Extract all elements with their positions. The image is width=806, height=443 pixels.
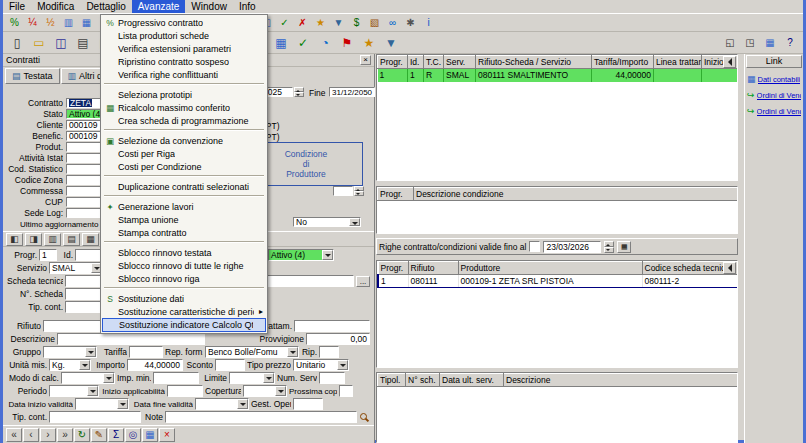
menu-item[interactable]: Costi per Riga (102, 147, 266, 160)
menubar-item[interactable]: Modifica (31, 0, 80, 13)
chevron-down-icon[interactable] (79, 360, 90, 370)
check-icon[interactable]: ✓ (276, 15, 293, 30)
column-header[interactable]: N° sch. (406, 374, 440, 387)
stato-riga-select[interactable]: Attivo (4) (268, 249, 334, 261)
menubar-item[interactable]: Avanzate (132, 0, 186, 13)
link-icon[interactable]: ∞ (384, 15, 401, 30)
menu-item[interactable]: Sblocco rinnovo testata (102, 246, 266, 259)
menu-item[interactable]: ▦ Ricalcolo massimo conferito (102, 101, 266, 114)
column-header[interactable]: Descrizione (504, 374, 738, 387)
column-header[interactable]: Progr. (378, 262, 408, 275)
previous-record-button[interactable]: ‹ (23, 428, 39, 442)
column-header[interactable]: Rifiuto (408, 262, 458, 275)
edit-button[interactable]: ✎ (91, 428, 107, 442)
search-button[interactable]: ◎ (125, 428, 141, 442)
link-item[interactable]: ▦ Dati contabili (747, 74, 801, 84)
book-icon[interactable]: ▧ (366, 15, 383, 30)
globe-icon[interactable]: ◔ (315, 34, 335, 52)
table-icon[interactable]: ▦ (78, 15, 95, 30)
chevron-down-icon[interactable] (322, 250, 333, 260)
tipo-prezzo-select[interactable]: Unitario (293, 359, 349, 371)
chevron-down-icon[interactable] (87, 386, 98, 396)
cancel-icon[interactable]: ✗ (294, 15, 311, 30)
chevron-down-icon[interactable] (117, 399, 128, 409)
delete-button[interactable]: × (159, 428, 175, 442)
provvigione-field[interactable]: 0,00 (306, 333, 370, 345)
menu-item[interactable]: Sblocco rinnovo riga (102, 272, 266, 285)
window-tile-icon[interactable]: ◳ (741, 34, 759, 50)
copertura-select[interactable] (243, 385, 287, 397)
filter-icon[interactable]: ▼ (330, 15, 347, 30)
column-header[interactable]: Tipol. (378, 374, 406, 387)
flag-icon[interactable]: ⚑ (337, 34, 357, 52)
menu-item[interactable]: Sblocco rinnovo di tutte le righe (102, 259, 266, 272)
column-header[interactable]: Descrizione condizione (414, 188, 738, 201)
tariffa-field[interactable] (129, 346, 163, 358)
quarter-fraction-icon[interactable]: ¼ (24, 15, 41, 30)
half-fraction-icon[interactable]: ½ (42, 15, 59, 30)
menu-item[interactable]: Duplicazione contratti selezionati (102, 180, 266, 193)
window-cascade-icon[interactable]: ◱ (721, 34, 739, 50)
progr-field[interactable]: 1 (39, 249, 57, 261)
search-icon[interactable] (359, 412, 370, 423)
menu-item[interactable]: Lista produttori schede (102, 29, 266, 42)
rep-form-select[interactable]: Benco Bolle/Fomu (205, 346, 299, 358)
table-icon[interactable]: ▦ (271, 34, 291, 52)
scroll-left-button[interactable] (723, 262, 736, 274)
column-header[interactable]: T.C. (424, 56, 444, 69)
column-header[interactable]: Serv. (444, 56, 476, 69)
new-document-icon[interactable]: ▯ (7, 34, 27, 52)
menubar-item[interactable]: File (3, 0, 31, 13)
counter-spinner[interactable] (354, 186, 364, 196)
unita-mis-select[interactable]: Kg. (49, 359, 91, 371)
last-record-button[interactable]: » (57, 428, 73, 442)
column-header[interactable]: Produttore (458, 262, 642, 275)
star-icon[interactable]: ★ (359, 34, 379, 52)
dollar-icon[interactable]: $ (348, 15, 365, 30)
grid-button[interactable]: ▦ (142, 428, 158, 442)
column-header[interactable]: Id. (408, 56, 424, 69)
scroll-left-button[interactable] (723, 56, 736, 68)
linea-trattam-field[interactable] (294, 320, 370, 332)
prossima-cop-field[interactable] (339, 385, 353, 397)
menubar-item[interactable]: Window (185, 0, 233, 13)
menu-item[interactable]: ▣ Selezione da convenzione (102, 134, 266, 147)
layout-grid-button[interactable]: ▦ (82, 233, 99, 246)
column-header[interactable]: Progr. (378, 56, 408, 69)
rip-field[interactable] (319, 346, 339, 358)
grid-icon[interactable]: ▦ (761, 34, 779, 50)
column-header[interactable]: Tariffa/Importo (592, 56, 654, 69)
menu-item[interactable]: Crea scheda di programmazione (102, 114, 266, 127)
chevron-down-icon[interactable] (287, 347, 298, 357)
chevron-down-icon[interactable] (275, 386, 286, 396)
data-inizio-select[interactable] (75, 398, 129, 410)
link-item[interactable]: ↪ Ordini di Vendita (747, 106, 801, 116)
first-record-button[interactable]: « (6, 428, 22, 442)
servizio-select[interactable]: SMAL (49, 262, 103, 274)
browse-button[interactable]: ... (356, 276, 370, 287)
menu-item[interactable]: Verifica righe conflittuanti (102, 68, 266, 81)
periodo-select[interactable] (49, 385, 99, 397)
column-header[interactable]: Data ult. serv. (440, 374, 504, 387)
menu-item[interactable]: Ripristino contratto sospeso (102, 55, 266, 68)
data-fine-select[interactable] (195, 398, 249, 410)
tab[interactable]: ▤ Testata (5, 68, 60, 84)
layout-rows-button[interactable]: ▥ (44, 233, 61, 246)
menu-item[interactable]: Stampa contratto (102, 226, 266, 239)
menu-item[interactable]: Verifica estensioni parametri (102, 42, 266, 55)
save-icon[interactable]: ◫ (51, 34, 71, 52)
menu-item[interactable]: Costi per Condizione (102, 160, 266, 173)
link-item[interactable]: ↪ Ordini di Vendita (747, 90, 801, 100)
chevron-down-icon[interactable] (237, 399, 248, 409)
filter-icon[interactable]: ▼ (381, 34, 401, 52)
chevron-down-icon[interactable] (103, 373, 114, 383)
valid-until-checkbox[interactable] (529, 241, 540, 252)
note-field[interactable] (165, 411, 357, 423)
num-serv-field[interactable] (319, 372, 345, 384)
gruppo-select[interactable] (43, 346, 97, 358)
menu-item[interactable]: Stampa unione (102, 213, 266, 226)
print-icon[interactable]: ▤ (73, 34, 93, 52)
star-icon[interactable]: ★ (312, 15, 329, 30)
imp-min-field[interactable] (153, 372, 199, 384)
column-header[interactable]: Progr. (378, 188, 414, 201)
